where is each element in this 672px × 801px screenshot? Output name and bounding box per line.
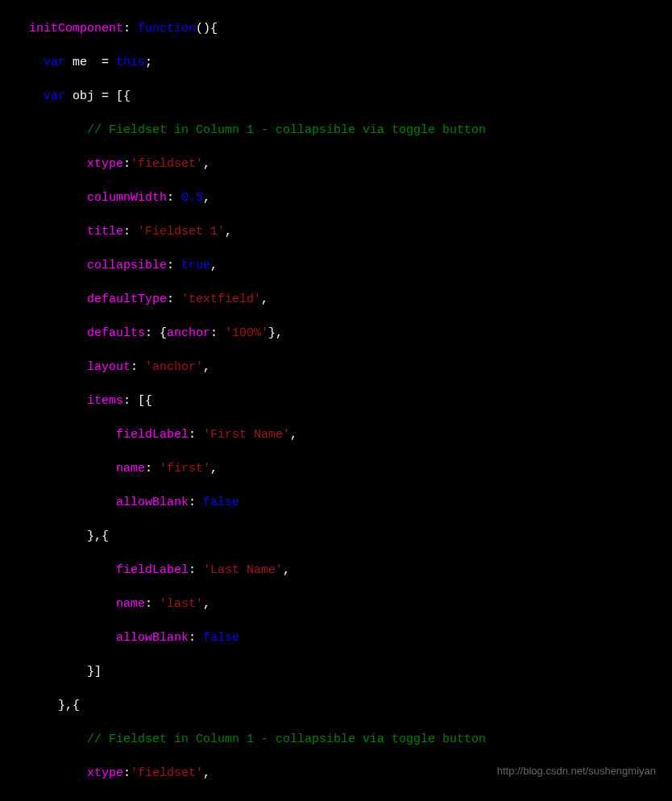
number: 0.5: [181, 191, 203, 205]
string: 'fieldset': [131, 766, 203, 780]
code-line: name: 'first',: [0, 460, 672, 477]
comment: // Fieldset in Column 1 - collapsible vi…: [87, 123, 486, 137]
property: xtype: [87, 766, 123, 780]
code-line: var me = this;: [0, 54, 672, 71]
code-line: initComponent: function(){: [0, 20, 672, 37]
property: allowBlank: [116, 496, 189, 509]
code-line: columnWidth: 0.5,: [0, 189, 672, 206]
keyword: var: [44, 89, 65, 103]
string: 'fieldset': [131, 157, 203, 171]
comment: // Fieldset in Column 1 - collapsible vi…: [87, 733, 486, 746]
string: 'textfield': [181, 293, 261, 306]
property: anchor: [167, 326, 210, 340]
code-editor: initComponent: function(){ var me = this…: [0, 3, 672, 801]
keyword: this: [116, 56, 145, 69]
boolean: false: [203, 631, 239, 645]
property: collapsible: [87, 259, 167, 272]
string: 'first': [160, 462, 210, 475]
code-line: xtype:'fieldset',: [0, 156, 672, 172]
code-line: items: [{: [0, 392, 672, 409]
keyword: var: [44, 56, 65, 69]
code-line: },{: [0, 697, 672, 714]
string: '100%': [225, 326, 268, 340]
property: name: [116, 462, 145, 475]
property: defaultType: [87, 293, 167, 306]
property: layout: [87, 360, 131, 374]
boolean: true: [181, 259, 210, 272]
string: 'Fieldset 1': [138, 225, 225, 239]
code-line: defaultType: 'textfield',: [0, 291, 672, 308]
code-line: }]: [0, 663, 672, 680]
code-line: defaults: {anchor: '100%'},: [0, 325, 672, 342]
code-line: allowBlank: false: [0, 629, 672, 646]
code-line: fieldLabel: 'First Name',: [0, 426, 672, 443]
property: fieldLabel: [116, 563, 189, 577]
property: title: [87, 225, 123, 239]
code-line: allowBlank: false: [0, 494, 672, 511]
property: columnWidth: [87, 191, 167, 205]
string: 'First Name': [203, 428, 290, 442]
string: 'Last Name': [203, 563, 283, 577]
string: 'last': [160, 597, 203, 611]
property: defaults: [87, 326, 145, 340]
code-line: title: 'Fieldset 1',: [0, 223, 672, 240]
property: xtype: [87, 157, 123, 171]
code-line: },{: [0, 528, 672, 545]
boolean: false: [203, 496, 239, 509]
property: initComponent: [29, 22, 123, 35]
code-line: fieldLabel: 'Last Name',: [0, 562, 672, 579]
code-line: layout: 'anchor',: [0, 359, 672, 376]
keyword: function: [138, 22, 196, 35]
code-line: // Fieldset in Column 1 - collapsible vi…: [0, 731, 672, 748]
property: allowBlank: [116, 631, 189, 645]
watermark: http://blog.csdn.net/sushengmiyan: [497, 764, 656, 778]
property: name: [116, 597, 145, 611]
code-line: collapsible: true,: [0, 257, 672, 274]
property: items: [87, 394, 123, 408]
code-line: name: 'last',: [0, 596, 672, 612]
code-line: // Fieldset in Column 1 - collapsible vi…: [0, 122, 672, 139]
code-line: var obj = [{: [0, 88, 672, 105]
string: 'anchor': [145, 360, 203, 374]
property: fieldLabel: [116, 428, 189, 442]
